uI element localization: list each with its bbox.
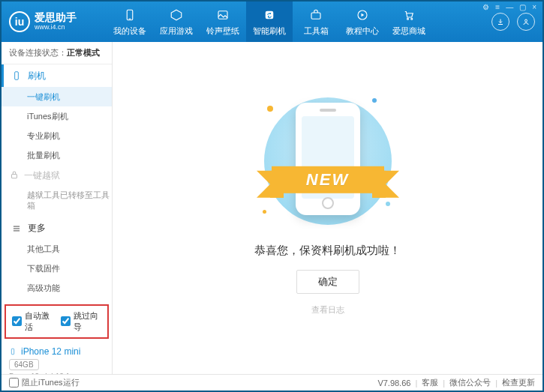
section-header-jailbreak: 一键越狱 [2, 165, 112, 187]
sidebar-item-batch[interactable]: 批量刷机 [2, 145, 112, 165]
svg-rect-9 [15, 72, 19, 80]
sidebar-item-label: iTunes刷机 [27, 111, 68, 122]
header: iu 爱思助手 www.i4.cn 我的设备 应用游戏 铃声壁纸 智能刷机 [2, 1, 542, 42]
connection-status: 设备连接状态：正常模式 [2, 42, 112, 64]
download-button[interactable] [491, 13, 509, 31]
menu-icon [11, 223, 22, 234]
section-header-more[interactable]: 更多 [2, 217, 112, 240]
device-storage: 64GB [9, 359, 39, 370]
header-right [491, 13, 535, 31]
pin-icon[interactable]: ≡ [494, 3, 501, 11]
footer-link-update[interactable]: 检查更新 [502, 377, 535, 388]
app-window: ⚙ ≡ — ▢ × iu 爱思助手 www.i4.cn 我的设备 应用游戏 铃声 [0, 0, 544, 392]
close-icon[interactable]: × [530, 3, 538, 11]
sidebar-item-onekey[interactable]: 一键刷机 [2, 87, 112, 106]
svg-rect-10 [12, 174, 17, 178]
svg-point-8 [525, 19, 527, 22]
footer: 阻止iTunes运行 V7.98.66 | 客服 | 微信公众号 | 检查更新 [2, 374, 542, 391]
logo-icon: iu [9, 11, 30, 32]
sidebar-item-other[interactable]: 其他工具 [2, 240, 112, 259]
device-panel[interactable]: iPhone 12 mini 64GB Down-12mini-13,1 [2, 342, 112, 374]
main-content: NEW 恭喜您，保资料刷机成功啦！ 确定 查看日志 [113, 42, 542, 374]
app-title: 爱思助手 [35, 12, 77, 23]
checkbox-auto-activate[interactable]: 自动激活 [12, 310, 53, 333]
device-sub: Down-12mini-13,1 [9, 373, 104, 374]
confirm-button[interactable]: 确定 [296, 270, 359, 294]
svg-rect-4 [311, 13, 320, 19]
sidebar-item-label: 下载固件 [27, 263, 60, 274]
lock-icon [9, 169, 20, 182]
phone-icon [122, 7, 137, 22]
top-nav: 我的设备 应用游戏 铃声壁纸 智能刷机 工具箱 教程中心 [107, 1, 491, 42]
checkbox-label: 自动激活 [25, 310, 53, 333]
nav-apps[interactable]: 应用游戏 [153, 1, 200, 42]
footer-link-wechat[interactable]: 微信公众号 [449, 377, 491, 388]
checkbox-label: 阻止iTunes运行 [22, 377, 80, 388]
settings-icon[interactable]: ⚙ [481, 3, 491, 11]
version-text: V7.98.66 [377, 379, 410, 388]
section-more: 更多 其他工具 下载固件 高级功能 [2, 217, 112, 298]
view-log-link[interactable]: 查看日志 [311, 304, 344, 316]
section-flash: 刷机 一键刷机 iTunes刷机 专业刷机 批量刷机 [2, 64, 112, 165]
apps-icon [169, 7, 184, 22]
sidebar-item-pro[interactable]: 专业刷机 [2, 126, 112, 145]
maximize-icon[interactable]: ▢ [518, 3, 527, 11]
conn-label: 设备连接状态： [9, 48, 67, 57]
sidebar-item-label: 批量刷机 [27, 150, 60, 161]
device-phone-icon [9, 346, 17, 357]
nav-tutorial[interactable]: 教程中心 [339, 1, 386, 42]
logo: iu 爱思助手 www.i4.cn [9, 11, 107, 32]
nav-label: 工具箱 [304, 25, 329, 37]
svg-point-7 [411, 18, 413, 19]
options-box: 自动激活 跳过向导 [5, 304, 109, 339]
sidebar-item-label: 专业刷机 [27, 130, 60, 142]
section-title: 刷机 [28, 70, 46, 82]
tutorial-icon [355, 7, 370, 22]
svg-rect-14 [11, 349, 14, 355]
success-message: 恭喜您，保资料刷机成功啦！ [254, 244, 401, 258]
nav-mall[interactable]: 爱思商城 [386, 1, 432, 42]
account-button[interactable] [517, 13, 535, 31]
sidebar-item-label: 高级功能 [27, 283, 60, 294]
section-header-flash[interactable]: 刷机 [2, 64, 112, 87]
conn-value: 正常模式 [67, 48, 100, 57]
window-controls: ⚙ ≡ — ▢ × [481, 3, 538, 11]
nav-ringtones[interactable]: 铃声壁纸 [200, 1, 246, 42]
checkbox-input[interactable] [12, 316, 22, 326]
checkbox-label: 跳过向导 [74, 310, 102, 333]
nav-device[interactable]: 我的设备 [107, 1, 153, 42]
checkbox-block-itunes[interactable]: 阻止iTunes运行 [9, 377, 80, 388]
nav-label: 铃声壁纸 [206, 25, 239, 37]
sidebar: 设备连接状态：正常模式 刷机 一键刷机 iTunes刷机 专业刷机 批量刷机 一… [2, 42, 113, 374]
nav-label: 爱思商城 [392, 25, 425, 37]
nav-label: 教程中心 [346, 25, 379, 37]
sidebar-item-advanced[interactable]: 高级功能 [2, 279, 112, 298]
checkbox-input[interactable] [61, 316, 71, 326]
success-illustration: NEW [257, 94, 399, 229]
body: 设备连接状态：正常模式 刷机 一键刷机 iTunes刷机 专业刷机 批量刷机 一… [2, 42, 542, 374]
cart-icon [401, 7, 416, 22]
nav-toolbox[interactable]: 工具箱 [293, 1, 339, 42]
nav-flash[interactable]: 智能刷机 [246, 1, 293, 42]
svg-point-6 [407, 18, 409, 19]
minimize-icon[interactable]: — [504, 3, 515, 11]
phone-small-icon [11, 70, 22, 81]
checkbox-skip-guide[interactable]: 跳过向导 [61, 310, 102, 333]
footer-link-support[interactable]: 客服 [422, 377, 438, 388]
nav-label: 智能刷机 [253, 25, 286, 37]
section-title: 更多 [28, 222, 46, 235]
checkbox-input[interactable] [9, 378, 19, 388]
sidebar-item-label: 一键刷机 [27, 91, 60, 103]
refresh-icon [262, 7, 277, 22]
sidebar-item-itunes[interactable]: iTunes刷机 [2, 106, 112, 126]
sidebar-item-label: 其他工具 [27, 244, 60, 255]
app-subtitle: www.i4.cn [35, 24, 77, 31]
wallpaper-icon [215, 7, 230, 22]
nav-label: 应用游戏 [160, 25, 193, 37]
sidebar-item-firmware[interactable]: 下载固件 [2, 259, 112, 279]
section-jailbreak: 一键越狱 越狱工具已转移至工具箱 [2, 165, 112, 217]
section-title: 一键越狱 [24, 169, 60, 182]
device-name: iPhone 12 mini [21, 346, 80, 357]
nav-label: 我的设备 [113, 25, 146, 37]
jailbreak-note: 越狱工具已转移至工具箱 [2, 187, 112, 217]
